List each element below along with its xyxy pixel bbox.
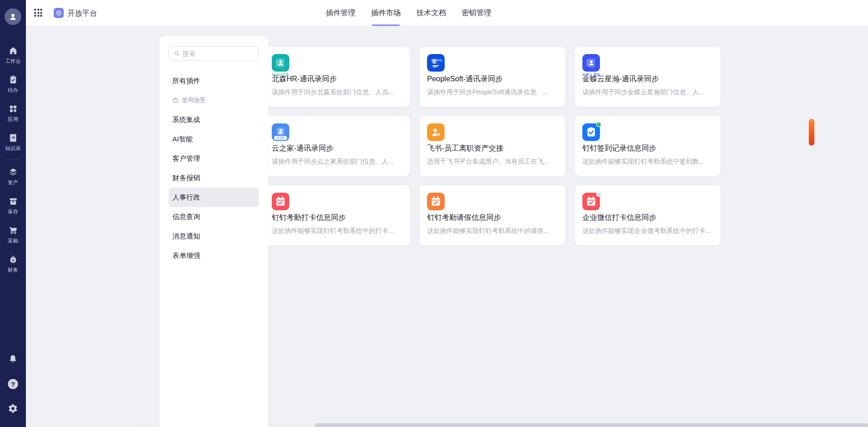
plugin-card[interactable]: 钉钉考勤请假信息同步 这款插件能够实现钉钉考勤系统中的请假... bbox=[420, 185, 565, 245]
plugin-desc: 该插件用于同步PeopleSoft通讯录信息、... bbox=[427, 88, 559, 97]
sidebar-item-assets[interactable]: 资产 bbox=[0, 162, 26, 191]
briefcase-icon bbox=[172, 97, 179, 104]
category-section-label: 使用场景 bbox=[182, 96, 206, 104]
topbar-divider bbox=[49, 9, 50, 17]
contact-book-icon: 云之家 bbox=[272, 123, 289, 141]
app-rail: 工作台 待办 应用 AI 知识库 资产 库存 采购 ¥ 财务 bbox=[0, 0, 26, 427]
plugin-desc: 该插件用于同步北森系统部门信息、人员... bbox=[272, 88, 403, 97]
plugin-card[interactable]: 通讯录同步 PeopleSoft-通讯录同步 该插件用于同步PeopleSoft… bbox=[420, 47, 565, 107]
app-launcher-icon[interactable] bbox=[34, 9, 43, 17]
inventory-icon bbox=[8, 196, 18, 206]
tab-tech-docs[interactable]: 技术文档 bbox=[416, 0, 446, 26]
main-content: 所有插件 使用场景 系统集成 AI智能 客户管理 财务报销 人事行政 信息查询 … bbox=[26, 26, 868, 427]
search-input[interactable] bbox=[183, 50, 254, 57]
magnifier-badge-icon bbox=[596, 191, 602, 197]
plugin-title: 钉钉考勤打卡信息同步 bbox=[272, 213, 403, 223]
sidebar-item-inventory[interactable]: 库存 bbox=[0, 191, 26, 220]
calendar-check-icon bbox=[582, 193, 600, 210]
calendar-check-icon bbox=[427, 193, 445, 210]
bell-icon[interactable] bbox=[7, 353, 19, 365]
plugin-desc: 该插件用于同步云之家系统部门信息、人... bbox=[272, 158, 403, 166]
plugin-desc: 这款插件能够实现钉钉考勤系统中的请假... bbox=[427, 227, 559, 235]
calendar-check-icon bbox=[272, 193, 289, 210]
search-box[interactable] bbox=[169, 46, 259, 61]
top-tabs: 插件管理 插件市场 技术文档 密钥管理 bbox=[326, 0, 491, 26]
knowledge-base-icon: AI bbox=[8, 133, 18, 143]
plugin-desc: 该插件用于同步金蝶云星瀚部门信息、人... bbox=[582, 88, 714, 97]
person-icon bbox=[8, 12, 18, 22]
plugin-card[interactable]: 钉钉考勤打卡信息同步 这款插件能够实现钉钉考勤系统中的打卡... bbox=[264, 185, 410, 245]
plugin-title: 北森HR-通讯录同步 bbox=[272, 74, 403, 84]
help-icon[interactable]: ? bbox=[7, 378, 19, 390]
open-platform-logo-icon[interactable] bbox=[54, 8, 64, 18]
sidebar-item-finance[interactable]: ¥ 财务 bbox=[0, 250, 26, 279]
plugin-card[interactable]: Beisen北森 北森HR-通讯录同步 该插件用于同步北森系统部门信息、人员..… bbox=[264, 47, 410, 107]
plugin-title: 钉钉签到记录信息同步 bbox=[582, 144, 713, 153]
tab-key-management[interactable]: 密钥管理 bbox=[462, 0, 491, 26]
icon-inner-text: 通讯录同步 bbox=[431, 59, 442, 62]
user-avatar[interactable] bbox=[5, 8, 21, 25]
sidebar-item-todo[interactable]: 待办 bbox=[0, 70, 26, 99]
category-finance-reimbursement[interactable]: 财务报销 bbox=[169, 168, 259, 188]
sidebar-item-procurement[interactable]: 采购 bbox=[0, 220, 26, 250]
category-ai[interactable]: AI智能 bbox=[169, 129, 259, 149]
apps-icon bbox=[8, 104, 18, 114]
sidebar-item-label: 财务 bbox=[8, 266, 18, 274]
plugin-card[interactable]: 金蝶云 星瀚 金蝶云星瀚-通讯录同步 该插件用于同步金蝶云星瀚部门信息、人... bbox=[575, 47, 721, 107]
scroll-indicator[interactable] bbox=[809, 119, 814, 146]
todo-icon bbox=[8, 75, 18, 85]
sidebar-item-label: 应用 bbox=[8, 116, 18, 123]
tab-plugin-management[interactable]: 插件管理 bbox=[326, 0, 355, 26]
category-all-plugins[interactable]: 所有插件 bbox=[169, 71, 259, 91]
plugin-title: 企业微信打卡信息同步 bbox=[582, 213, 713, 223]
sidebar-item-label: 待办 bbox=[8, 86, 18, 94]
settings-icon[interactable] bbox=[7, 403, 19, 415]
plugin-desc: 这款插件能够实现钉钉考勤系统中签到数... bbox=[582, 158, 714, 166]
plugin-title: 钉钉考勤请假信息同步 bbox=[427, 213, 558, 223]
category-section-header: 使用场景 bbox=[169, 91, 259, 110]
horizontal-scrollbar-thumb[interactable] bbox=[315, 423, 868, 427]
sidebar-item-label: 库存 bbox=[8, 208, 18, 215]
plugin-card[interactable]: 飞书-员工离职资产交接 适用于飞书平台集成用户。当有员工在飞... bbox=[420, 116, 565, 176]
finance-icon: ¥ bbox=[8, 255, 18, 264]
category-customer-management[interactable]: 客户管理 bbox=[169, 149, 259, 168]
sidebar-item-label: 采购 bbox=[8, 237, 18, 244]
sidebar-item-workbench[interactable]: 工作台 bbox=[0, 41, 26, 70]
category-list: 所有插件 使用场景 系统集成 AI智能 客户管理 财务报销 人事行政 信息查询 … bbox=[169, 71, 259, 265]
category-info-query[interactable]: 信息查询 bbox=[169, 207, 259, 226]
sidebar-item-label: 知识库 bbox=[5, 145, 21, 152]
sidebar-item-label: 工作台 bbox=[5, 57, 21, 65]
plugin-title: 金蝶云星瀚-通讯录同步 bbox=[582, 74, 713, 84]
page-title: 开放平台 bbox=[67, 9, 97, 18]
category-hr-admin[interactable]: 人事行政 bbox=[169, 188, 259, 207]
plugin-card[interactable]: 云之家 云之家-通讯录同步 该插件用于同步云之家系统部门信息、人... bbox=[264, 116, 410, 176]
category-message-notification[interactable]: 消息通知 bbox=[169, 226, 259, 246]
person-arrow-icon bbox=[427, 123, 445, 141]
plugin-grid: Beisen北森 北森HR-通讯录同步 该插件用于同步北森系统部门信息、人员..… bbox=[264, 47, 721, 245]
sidebar-item-knowledge-base[interactable]: AI 知识库 bbox=[0, 128, 26, 157]
plugin-desc: 这款插件能够实现企业微考勤系统中的打卡... bbox=[582, 227, 714, 235]
filter-panel: 所有插件 使用场景 系统集成 AI智能 客户管理 财务报销 人事行政 信息查询 … bbox=[159, 36, 268, 427]
contact-book-icon bbox=[582, 54, 600, 72]
plugin-card[interactable]: 企业微信打卡信息同步 这款插件能够实现企业微考勤系统中的打卡... bbox=[575, 185, 721, 245]
clipboard-check-icon bbox=[582, 123, 600, 141]
svg-text:AI: AI bbox=[12, 135, 15, 139]
category-form-enhancement[interactable]: 表单增强 bbox=[169, 246, 259, 265]
icon-badge-label: 云之家 bbox=[274, 136, 287, 140]
search-icon bbox=[174, 50, 180, 57]
tab-plugin-market[interactable]: 插件市场 bbox=[371, 0, 401, 26]
sidebar-item-label: 资产 bbox=[8, 179, 18, 186]
plugin-title: 云之家-通讯录同步 bbox=[272, 144, 403, 153]
sidebar-item-apps[interactable]: 应用 bbox=[0, 99, 26, 128]
assets-icon bbox=[8, 167, 18, 177]
topbar: 开放平台 插件管理 插件市场 技术文档 密钥管理 bbox=[26, 0, 868, 26]
plugin-card[interactable]: 钉钉签到记录信息同步 这款插件能够实现钉钉考勤系统中签到数... bbox=[575, 116, 721, 176]
contact-book-icon bbox=[272, 54, 289, 72]
plugin-title: 飞书-员工离职资产交接 bbox=[427, 144, 558, 153]
category-system-integration[interactable]: 系统集成 bbox=[169, 110, 259, 129]
plugin-desc: 这款插件能够实现钉钉考勤系统中的打卡... bbox=[272, 227, 403, 235]
rail-divider bbox=[6, 159, 20, 159]
plugin-desc: 适用于飞书平台集成用户。当有员工在飞... bbox=[427, 158, 559, 166]
plugin-title: PeopleSoft-通讯录同步 bbox=[427, 74, 558, 84]
contact-book-icon: 通讯录同步 bbox=[427, 54, 445, 72]
